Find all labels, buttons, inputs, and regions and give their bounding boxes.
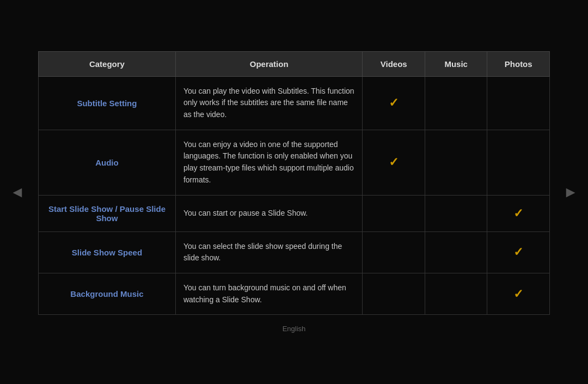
category-cell: Slide Show Speed	[39, 231, 176, 273]
checkmark-icon: ✓	[513, 287, 523, 301]
table-row: Subtitle SettingYou can play the video w…	[39, 76, 550, 130]
checkmark-icon: ✓	[513, 245, 523, 259]
videos-check	[363, 231, 425, 273]
photos-check	[487, 76, 550, 130]
table-row: AudioYou can enjoy a video in one of the…	[39, 130, 550, 195]
checkmark-icon: ✓	[389, 96, 399, 109]
photos-check: ✓	[487, 273, 550, 314]
table-header: Category Operation Videos Music Photos	[39, 51, 550, 76]
feature-table: Category Operation Videos Music Photos S…	[38, 51, 550, 315]
page-wrapper: ◄ ► Category Operation Videos Music Phot…	[0, 0, 588, 384]
header-videos: Videos	[363, 51, 425, 76]
table-body: Subtitle SettingYou can play the video w…	[39, 76, 550, 315]
checkmark-icon: ✓	[389, 155, 399, 169]
category-cell: Subtitle Setting	[39, 76, 176, 130]
header-operation: Operation	[175, 51, 363, 76]
music-check	[425, 76, 487, 130]
operation-cell: You can enjoy a video in one of the supp…	[175, 130, 363, 195]
music-check	[425, 231, 487, 273]
operation-cell: You can turn background music on and off…	[175, 273, 363, 314]
videos-check: ✓	[363, 76, 425, 130]
table-container: Category Operation Videos Music Photos S…	[38, 51, 550, 315]
photos-check	[487, 130, 550, 195]
videos-check	[363, 195, 425, 231]
videos-check	[363, 273, 425, 314]
videos-check: ✓	[363, 130, 425, 195]
header-music: Music	[425, 51, 487, 76]
category-cell: Start Slide Show / Pause Slide Show	[39, 195, 176, 231]
header-row: Category Operation Videos Music Photos	[39, 51, 550, 76]
operation-cell: You can play the video with Subtitles. T…	[175, 76, 363, 130]
footer-language: English	[283, 325, 306, 333]
table-row: Background MusicYou can turn background …	[39, 273, 550, 314]
operation-cell: You can select the slide show speed duri…	[175, 231, 363, 273]
photos-check: ✓	[487, 231, 550, 273]
checkmark-icon: ✓	[513, 206, 523, 220]
header-photos: Photos	[487, 51, 550, 76]
table-row: Slide Show SpeedYou can select the slide…	[39, 231, 550, 273]
nav-arrow-right[interactable]: ►	[558, 178, 584, 206]
header-category: Category	[39, 51, 176, 76]
category-cell: Audio	[39, 130, 176, 195]
music-check	[425, 195, 487, 231]
nav-arrow-left[interactable]: ◄	[4, 178, 30, 206]
operation-cell: You can start or pause a Slide Show.	[175, 195, 363, 231]
table-row: Start Slide Show / Pause Slide ShowYou c…	[39, 195, 550, 231]
category-cell: Background Music	[39, 273, 176, 314]
music-check	[425, 273, 487, 314]
music-check	[425, 130, 487, 195]
photos-check: ✓	[487, 195, 550, 231]
